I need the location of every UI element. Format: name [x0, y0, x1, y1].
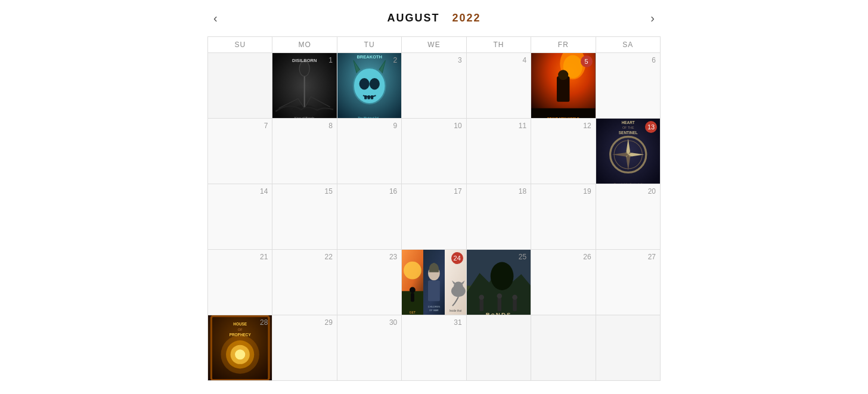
next-month-button[interactable]: ›	[644, 8, 661, 28]
svg-point-54	[512, 294, 517, 300]
svg-text:OF: OF	[238, 328, 243, 331]
cell-number-27: 27	[648, 253, 656, 261]
svg-point-53	[497, 293, 502, 299]
cell-number-10: 10	[454, 122, 461, 130]
cell-day-8: 8	[272, 119, 337, 184]
cell-day-17: 17	[402, 184, 466, 250]
svg-rect-38	[428, 281, 440, 302]
cell-number-20: 20	[648, 187, 656, 196]
cell-day-3: 3	[402, 53, 466, 119]
cell-day-20: 20	[596, 184, 661, 250]
cell-empty-3	[531, 315, 596, 381]
month-label: AUGUST	[387, 12, 439, 24]
cell-number-28: 28	[260, 318, 268, 327]
svg-point-19	[558, 70, 568, 80]
cell-number-17: 17	[454, 187, 461, 196]
svg-rect-34	[411, 293, 414, 302]
svg-text:Inside that: Inside that	[450, 309, 462, 312]
calendar-grid: DISILBORN King of Bonds 1	[207, 53, 661, 381]
cell-day-31: 31	[402, 315, 466, 381]
prev-month-button[interactable]: ‹	[207, 8, 224, 28]
month-title: AUGUST 2022	[387, 12, 480, 24]
cell-empty-2	[467, 315, 531, 381]
cell-day-18: 18	[467, 184, 531, 250]
cell-day-30: 30	[337, 315, 402, 381]
cell-day-28[interactable]: HOUSE OF PROPHECY 28	[208, 315, 272, 381]
day-header-fr: FR	[531, 37, 596, 53]
svg-text:BREAKOTH: BREAKOTH	[356, 54, 382, 60]
cell-day-1[interactable]: DISILBORN King of Bonds 1	[272, 53, 337, 119]
cell-day-5[interactable]: GRAVE NEW WORLD 5	[531, 53, 596, 119]
svg-text:GET: GET	[410, 311, 416, 314]
book-children-part: CHILDREN OF WAR	[423, 250, 445, 315]
cell-number-18: 18	[519, 187, 526, 196]
cell-day-7: 7	[208, 119, 272, 184]
svg-text:CHILDREN: CHILDREN	[428, 305, 440, 308]
cell-number-26: 26	[583, 253, 591, 261]
svg-text:SENTINEL: SENTINEL	[618, 131, 637, 135]
cell-day-15: 15	[272, 184, 337, 250]
svg-text:PROPHECY: PROPHECY	[230, 333, 252, 337]
day-header-sa: SA	[596, 37, 661, 53]
svg-point-60	[235, 349, 245, 359]
cell-day-24[interactable]: GET	[402, 250, 466, 315]
cell-number-6: 6	[652, 56, 656, 64]
svg-point-31	[404, 262, 421, 280]
cell-day-2[interactable]: BREAKOTH The Blighted Tril... 2	[337, 53, 402, 119]
cell-day-23: 23	[337, 250, 402, 315]
svg-text:OF THE: OF THE	[622, 126, 634, 129]
svg-text:OF WAR: OF WAR	[429, 309, 439, 312]
cell-day-21: 21	[208, 250, 272, 315]
breakoth-art: BREAKOTH The Blighted Tril...	[337, 53, 401, 119]
day-header-tu: TU	[337, 37, 402, 53]
cell-number-13: 13	[645, 121, 657, 133]
cell-day-14: 14	[208, 184, 272, 250]
cell-day-11: 11	[467, 119, 531, 184]
cell-day-6: 6	[596, 53, 661, 119]
cell-number-14: 14	[260, 187, 268, 196]
cell-number-15: 15	[324, 187, 332, 196]
cell-day-13[interactable]: HEART OF THE SENTINEL Record of the Sent…	[596, 119, 661, 184]
cell-number-2: 2	[393, 56, 398, 64]
year-label: 2022	[452, 12, 480, 24]
cell-day-16: 16	[337, 184, 402, 250]
cell-number-8: 8	[328, 122, 333, 130]
cell-number-30: 30	[389, 318, 397, 327]
day-header-mo: MO	[272, 37, 337, 53]
svg-rect-49	[479, 299, 483, 311]
cell-number-22: 22	[324, 253, 332, 261]
svg-text:HOUSE: HOUSE	[233, 322, 247, 326]
book-disilborn-bg: DISILBORN King of Bonds	[272, 53, 336, 119]
svg-rect-51	[513, 299, 516, 311]
cell-day-25[interactable]: BoNDS 25	[467, 250, 531, 315]
svg-rect-50	[497, 297, 501, 312]
cell-empty-4	[596, 315, 661, 381]
cell-number-19: 19	[583, 187, 591, 196]
day-header-we: WE	[402, 37, 466, 53]
svg-text:BoNDS: BoNDS	[485, 311, 512, 315]
svg-point-33	[410, 287, 416, 293]
day-header-th: TH	[467, 37, 531, 53]
cell-day-12: 12	[531, 119, 596, 184]
calendar-header: ‹ AUGUST 2022 ›	[207, 12, 661, 24]
cell-day-26: 26	[531, 250, 596, 315]
calendar-container: ‹ AUGUST 2022 › SU MO TU WE TH FR SA	[196, 0, 672, 393]
cell-day-29: 29	[272, 315, 337, 381]
cell-empty-1	[208, 53, 272, 119]
cell-day-22: 22	[272, 250, 337, 315]
cell-number-7: 7	[264, 122, 268, 130]
cell-number-25: 25	[519, 253, 526, 261]
cell-day-10: 10	[402, 119, 466, 184]
cell-number-1: 1	[328, 56, 333, 64]
book-breakoth-bg: BREAKOTH The Blighted Tril...	[337, 53, 401, 119]
cell-day-9: 9	[337, 119, 402, 184]
day-headers: SU MO TU WE TH FR SA	[207, 36, 661, 53]
cell-day-27: 27	[596, 250, 661, 315]
day-header-su: SU	[208, 37, 272, 53]
cell-number-29: 29	[324, 318, 332, 327]
cell-number-12: 12	[583, 122, 591, 130]
svg-text:HEART: HEART	[621, 120, 634, 125]
svg-text:DISILBORN: DISILBORN	[293, 58, 317, 63]
cell-number-11: 11	[519, 122, 526, 130]
cell-number-16: 16	[389, 187, 397, 196]
